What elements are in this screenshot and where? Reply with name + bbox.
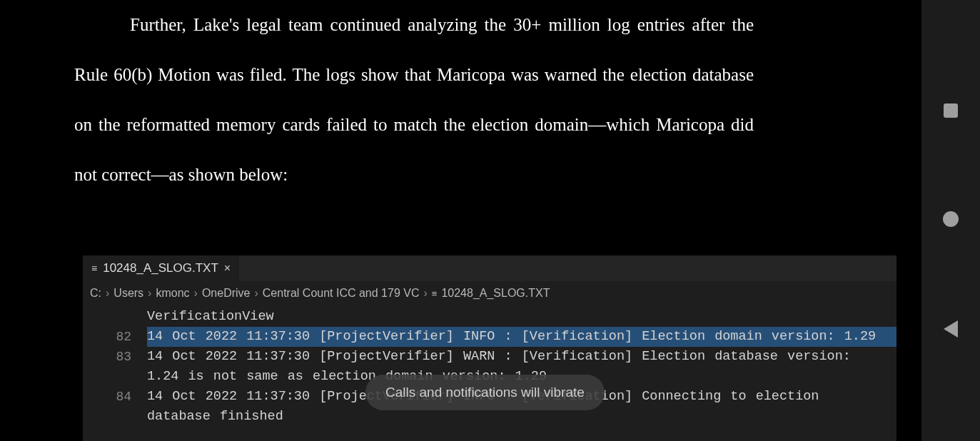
paragraph-text: Further, Lake's legal team continued ana… [74, 15, 754, 184]
code-line: 82 14 Oct 2022 11:37:30 [ProjectVerifier… [83, 327, 896, 347]
crumb[interactable]: Users [113, 287, 143, 300]
android-nav-bar [921, 0, 980, 441]
line-number: 83 [83, 347, 147, 367]
body-paragraph: Further, Lake's legal team continued ana… [74, 0, 754, 200]
file-icon: ≡ [91, 263, 97, 274]
code-text: VerificationView [147, 307, 896, 327]
toast-text: Calls and notifications will vibrate [385, 385, 585, 400]
file-icon: ≡ [432, 288, 438, 299]
code-text: 14 Oct 2022 11:37:30 [ProjectVerifier] I… [147, 327, 896, 347]
crumb[interactable]: kmonc [156, 287, 189, 300]
chevron-right-icon: › [254, 287, 258, 300]
home-button[interactable] [943, 211, 959, 227]
recents-button[interactable] [944, 103, 958, 118]
line-number: 84 [83, 387, 147, 407]
code-line: VerificationView [83, 307, 896, 327]
system-toast: Calls and notifications will vibrate [365, 375, 605, 410]
breadcrumb[interactable]: C: › Users › kmonc › OneDrive › Central … [83, 281, 896, 305]
document-content: Further, Lake's legal team continued ana… [0, 0, 921, 441]
chevron-right-icon: › [423, 287, 427, 300]
back-button[interactable] [944, 320, 958, 338]
close-icon[interactable]: × [224, 262, 231, 275]
crumb[interactable]: Central Count ICC and 179 VC [263, 287, 420, 300]
crumb[interactable]: OneDrive [202, 287, 251, 300]
tab-filename: 10248_A_SLOG.TXT [103, 261, 218, 275]
file-tab[interactable]: ≡ 10248_A_SLOG.TXT × [83, 255, 239, 281]
chevron-right-icon: › [148, 287, 151, 300]
code-editor-screenshot: ≡ 10248_A_SLOG.TXT × C: › Users › kmonc … [83, 255, 896, 441]
line-number: 82 [83, 327, 147, 347]
crumb[interactable]: C: [90, 287, 101, 300]
chevron-right-icon: › [194, 287, 198, 300]
crumb[interactable]: 10248_A_SLOG.TXT [441, 287, 550, 300]
tab-bar: ≡ 10248_A_SLOG.TXT × [83, 255, 896, 281]
chevron-right-icon: › [106, 287, 109, 300]
